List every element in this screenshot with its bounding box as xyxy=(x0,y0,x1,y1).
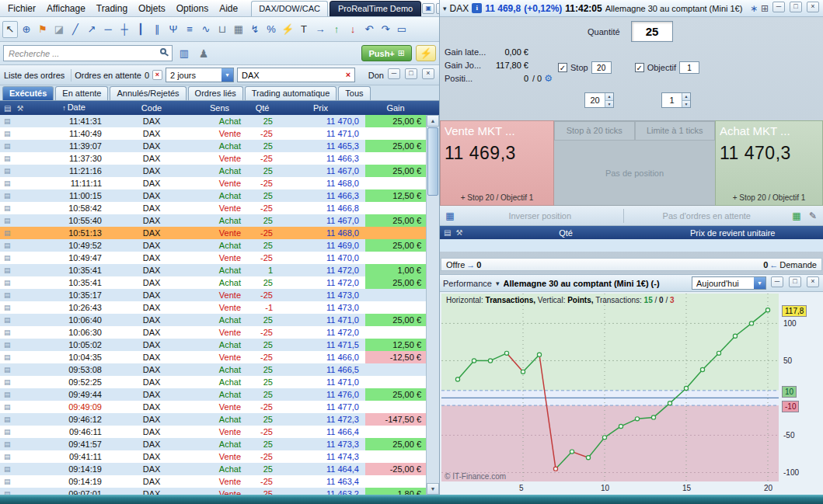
undo-icon[interactable]: ↶ xyxy=(361,21,377,38)
search-input[interactable] xyxy=(3,45,173,61)
account-icon[interactable]: ♟ xyxy=(196,47,211,60)
panel-close-icon[interactable]: × xyxy=(422,68,434,79)
objective-ticks-input[interactable] xyxy=(679,61,699,74)
spinner-down-icon[interactable]: ▼ xyxy=(605,100,613,108)
column-header-gain[interactable]: Gain xyxy=(365,102,426,115)
screen-share-icon[interactable]: ▥ xyxy=(176,47,192,59)
column-header-sens[interactable]: Sens xyxy=(190,102,249,115)
panel-minimize-icon[interactable]: ─ xyxy=(388,68,400,79)
order-row[interactable]: ▤ 10:06:30 DAX Vente -25 11 472,0 xyxy=(0,326,426,339)
panel-minimize-icon[interactable]: ─ xyxy=(772,2,785,12)
panel-close-icon[interactable]: × xyxy=(807,276,819,287)
info-icon[interactable]: i xyxy=(472,3,482,13)
arrow-annotation-icon[interactable]: → xyxy=(312,21,328,38)
order-row[interactable]: ▤ 09:07:01 DAX Vente -25 11 463,2 1,80 € xyxy=(0,488,426,495)
grid-icon[interactable]: ⊞ xyxy=(761,3,769,14)
order-row[interactable]: ▤ 09:41:11 DAX Vente -25 11 474,3 xyxy=(0,450,426,463)
stop-checkbox[interactable]: ✓ xyxy=(558,63,567,72)
crosshair-tool-icon[interactable]: ┼ xyxy=(117,21,132,38)
order-row[interactable]: ▤ 11:21:16 DAX Achat 25 11 467,0 25,00 € xyxy=(0,165,426,177)
edit-orders-icon[interactable]: ✎ xyxy=(806,210,820,221)
restore-window-icon[interactable]: ▣ xyxy=(422,3,434,14)
objective-spinner[interactable]: 1 ▲ ▼ xyxy=(661,92,691,108)
menu-item[interactable]: Aide xyxy=(214,1,243,16)
order-row[interactable]: ▤ 10:58:42 DAX Vente -25 11 466,8 xyxy=(0,202,426,214)
column-header-date[interactable]: ↑Date xyxy=(35,101,113,115)
order-row[interactable]: ▤ 10:49:52 DAX Achat 25 11 469,0 25,00 € xyxy=(0,239,426,252)
scroll-down-icon[interactable]: ▼ xyxy=(427,483,439,495)
zigzag-tool-icon[interactable]: ↯ xyxy=(247,21,263,38)
order-row[interactable]: ▤ 11:41:31 DAX Achat 25 11 470,0 25,00 € xyxy=(0,115,426,127)
order-row[interactable]: ▤ 11:39:07 DAX Achat 25 11 465,3 25,00 € xyxy=(0,140,426,152)
orders-tab[interactable]: Tous xyxy=(338,86,370,100)
order-row[interactable]: ▤ 10:51:13 DAX Vente -25 11 468,0 xyxy=(0,227,426,239)
order-row[interactable]: ▤ 10:04:35 DAX Vente -25 11 466,0 -12,50… xyxy=(0,351,426,363)
redo-icon[interactable]: ↷ xyxy=(378,21,393,38)
order-row[interactable]: ▤ 09:53:08 DAX Achat 25 11 466,5 xyxy=(0,363,426,376)
quick-trade-lightning-icon[interactable]: ⚡ xyxy=(416,45,436,61)
arrow-down-annotation-icon[interactable]: ↓ xyxy=(345,21,361,38)
line-tool-icon[interactable]: ╱ xyxy=(68,21,83,38)
objective-checkbox[interactable]: ✓ xyxy=(635,63,644,72)
chevron-down-icon[interactable]: ▾ xyxy=(496,280,500,287)
horizontal-line-tool-icon[interactable]: ─ xyxy=(100,21,116,38)
menu-item[interactable]: Fichier xyxy=(2,1,41,16)
order-row[interactable]: ▤ 10:49:47 DAX Vente -25 11 470,0 xyxy=(0,252,426,264)
trash-icon[interactable]: ⊔ xyxy=(214,21,230,38)
panel-maximize-icon[interactable]: □ xyxy=(405,68,417,79)
zoom-tool-icon[interactable]: ⊕ xyxy=(19,21,34,38)
push-button[interactable]: Push+ ⊞ xyxy=(361,45,412,61)
order-row[interactable]: ▤ 10:05:02 DAX Achat 25 11 471,5 12,50 € xyxy=(0,339,426,351)
clear-filter-icon[interactable]: × xyxy=(343,70,353,79)
order-row[interactable]: ▤ 09:41:57 DAX Achat 25 11 473,3 25,00 € xyxy=(0,438,426,450)
wrench-icon[interactable]: ⚒ xyxy=(455,228,462,237)
order-row[interactable]: ▤ 09:46:12 DAX Achat 25 11 472,3 -147,50… xyxy=(0,413,426,426)
column-header-prix[interactable]: Prix xyxy=(276,102,365,115)
lightning-tool-icon[interactable]: ⚡ xyxy=(280,21,295,38)
chevron-down-icon[interactable]: ▾ xyxy=(443,5,447,12)
order-row[interactable]: ▤ 11:40:49 DAX Vente -25 11 471,0 xyxy=(0,127,426,140)
scroll-up-icon[interactable]: ▲ xyxy=(427,115,439,127)
text-tool-icon[interactable]: T xyxy=(296,21,312,38)
order-row[interactable]: ▤ 11:11:11 DAX Vente -25 11 468,0 xyxy=(0,177,426,189)
order-row[interactable]: ▤ 09:49:44 DAX Achat 25 11 476,0 25,00 € xyxy=(0,388,426,401)
order-row[interactable]: ▤ 10:35:41 DAX Achat 25 11 472,0 25,00 € xyxy=(0,276,426,289)
order-row[interactable]: ▤ 09:46:11 DAX Vente -25 11 466,4 xyxy=(0,426,426,438)
reverse-position-button[interactable]: Inverser position xyxy=(459,211,621,221)
orders-tab[interactable]: Annulés/Rejetés xyxy=(110,86,186,100)
menu-item[interactable]: Affichage xyxy=(41,1,91,16)
arrow-up-annotation-icon[interactable]: ↑ xyxy=(329,21,344,38)
scrollbar-thumb[interactable] xyxy=(427,127,438,196)
panel-minimize-icon[interactable]: ─ xyxy=(771,276,783,287)
fibonacci-tool-icon[interactable]: ≡ xyxy=(182,21,197,38)
order-row[interactable]: ▤ 10:06:40 DAX Achat 25 11 471,0 25,00 € xyxy=(0,314,426,326)
column-header-qty[interactable]: Qté xyxy=(249,102,276,115)
spinner-down-icon[interactable]: ▼ xyxy=(682,100,690,108)
menu-item[interactable]: Objets xyxy=(133,1,171,16)
order-row[interactable]: ▤ 09:49:09 DAX Vente -25 11 477,0 xyxy=(0,401,426,413)
order-row[interactable]: ▤ 10:35:17 DAX Vente -25 11 473,0 xyxy=(0,289,426,301)
column-header-code[interactable]: Code xyxy=(113,102,190,115)
panel-maximize-icon[interactable]: □ xyxy=(789,276,801,287)
wave-pattern-tool-icon[interactable]: ∿ xyxy=(198,21,214,38)
order-row[interactable]: ▤ 10:55:40 DAX Achat 25 11 467,0 25,00 € xyxy=(0,214,426,227)
scrollbar-track[interactable] xyxy=(427,196,439,483)
workspace-tab[interactable]: DAX/DOW/CAC xyxy=(251,1,328,16)
quantity-input[interactable] xyxy=(631,21,673,42)
period-select[interactable]: 2 jours ▼ xyxy=(166,68,234,82)
order-row[interactable]: ▤ 11:37:30 DAX Vente -25 11 466,3 xyxy=(0,152,426,165)
pointer-tool-icon[interactable]: ↖ xyxy=(2,21,18,38)
parallel-lines-tool-icon[interactable]: ∥ xyxy=(149,21,165,38)
alerts-bell-icon[interactable]: ⚑ xyxy=(35,21,51,38)
stop-ticks-input[interactable] xyxy=(591,61,612,74)
sell-market-button[interactable]: Vente MKT ... 11 469,3 + Stop 20 / Objec… xyxy=(440,120,554,206)
orders-tab[interactable]: Trading automatique xyxy=(245,86,337,100)
buy-market-button[interactable]: Achat MKT ... 11 470,3 + Stop 20 / Objec… xyxy=(715,120,823,206)
instrument-filter-input[interactable] xyxy=(237,68,355,82)
orders-tab[interactable]: Ordres liés xyxy=(188,86,243,100)
clear-pending-icon[interactable]: × xyxy=(152,70,162,80)
table-config-cell[interactable]: ▤ ⚒ xyxy=(0,102,35,115)
orders-tab[interactable]: Exécutés xyxy=(2,86,54,100)
order-row[interactable]: ▤ 11:00:15 DAX Achat 25 11 466,3 12,50 € xyxy=(0,189,426,202)
order-row[interactable]: ▤ 09:52:25 DAX Achat 25 11 471,0 xyxy=(0,376,426,388)
